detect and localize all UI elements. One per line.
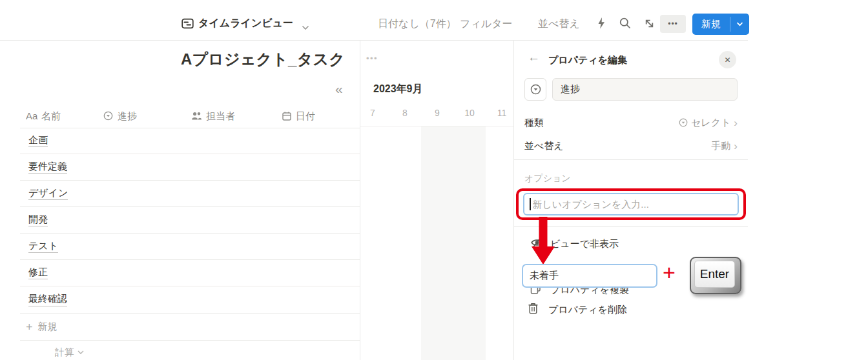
back-arrow-icon[interactable]: ←	[528, 51, 540, 63]
timeline-date: 8	[395, 108, 415, 118]
table-row[interactable]: 開発	[20, 207, 360, 234]
chevron-down-icon	[78, 350, 84, 355]
new-option-input[interactable]	[531, 199, 738, 210]
timeline-date: 9	[428, 108, 447, 118]
notion-window: タイムラインビュー 日付なし（7件） フィルター 並べ替え ••• 新規 Aプロ…	[0, 0, 868, 360]
lightning-icon[interactable]	[595, 16, 608, 33]
plus-icon: +	[26, 321, 33, 333]
type-label: 種類	[524, 117, 544, 129]
table-row[interactable]: 要件定義	[20, 154, 360, 181]
more-options-button[interactable]: •••	[660, 15, 686, 33]
column-header-date[interactable]: 日付	[296, 110, 315, 123]
new-option-input-wrap[interactable]	[523, 193, 739, 215]
task-title[interactable]: 修正	[28, 266, 48, 280]
annotation-plus-icon: +	[663, 261, 676, 283]
weekend-shading	[421, 126, 486, 360]
task-title[interactable]: 開発	[28, 214, 48, 227]
ellipsis-icon: •••	[668, 20, 678, 28]
close-icon[interactable]: ✕	[719, 51, 736, 68]
column-header-assignee[interactable]: 担当者	[206, 110, 235, 123]
new-button[interactable]: 新規	[692, 14, 749, 35]
new-button-chevron-icon[interactable]	[730, 14, 749, 35]
property-type-row[interactable]: 種類 セレクト ›	[524, 115, 738, 130]
person-property-icon	[191, 111, 202, 123]
calculate-label: 計算	[55, 346, 74, 359]
sort-value: 手動	[711, 140, 730, 152]
chevron-right-icon: ›	[734, 117, 738, 128]
task-title[interactable]: テスト	[28, 240, 58, 254]
enter-key-graphic: Enter	[690, 257, 741, 294]
select-property-icon	[103, 111, 113, 123]
timeline-view-icon	[181, 17, 194, 32]
table-row[interactable]: 企画	[20, 128, 360, 154]
task-title[interactable]: 最終確認	[28, 293, 67, 306]
column-header-name[interactable]: 名前	[41, 110, 61, 123]
filter-chip-no-date[interactable]: 日付なし（7件）	[378, 17, 457, 31]
property-name-input[interactable]	[552, 78, 738, 101]
expand-icon[interactable]	[643, 17, 656, 32]
timeline-date: 7	[363, 108, 382, 118]
type-value: セレクト	[691, 117, 730, 129]
search-icon[interactable]	[619, 17, 632, 32]
table-row[interactable]: 最終確認	[20, 286, 360, 314]
date-property-icon	[282, 111, 292, 124]
sort-label: 並べ替え	[524, 140, 564, 152]
text-property-icon: Aa	[26, 110, 37, 121]
title-menu-icon[interactable]: •••	[366, 54, 378, 63]
collapse-table-icon[interactable]: «	[335, 82, 343, 95]
add-row-label: 新規	[38, 321, 57, 333]
panel-divider	[513, 159, 748, 160]
panel-left-border	[513, 40, 514, 360]
select-type-icon	[679, 118, 688, 127]
calculate-button[interactable]: 計算	[55, 346, 84, 359]
annotation-arrow-down	[530, 217, 557, 267]
timeline-month-label[interactable]: 2023年9月	[373, 83, 423, 96]
task-title[interactable]: 要件定義	[28, 161, 67, 174]
table-timeline-divider	[360, 40, 360, 360]
timeline-header-divider	[360, 126, 513, 126]
view-title[interactable]: タイムラインビュー	[198, 17, 293, 30]
enter-key-label: Enter	[694, 261, 735, 288]
select-property-icon	[530, 84, 541, 95]
chevron-right-icon: ›	[734, 141, 738, 152]
filter-button[interactable]: フィルター	[460, 17, 513, 31]
table-row[interactable]: デザイン	[20, 181, 360, 207]
property-sort-row[interactable]: 並べ替え 手動 ›	[524, 139, 738, 153]
options-section-label: オプション	[524, 173, 571, 185]
column-header-progress[interactable]: 進捗	[118, 110, 137, 123]
new-button-label[interactable]: 新規	[692, 14, 730, 35]
page-title[interactable]: Aプロジェクト_タスク	[181, 49, 345, 70]
trash-icon[interactable]	[528, 302, 539, 317]
delete-property-label[interactable]: プロパティを削除	[548, 304, 627, 316]
table-row[interactable]: テスト	[20, 234, 360, 260]
option-value-input[interactable]	[522, 264, 657, 288]
task-title[interactable]: 企画	[28, 134, 48, 148]
hide-in-view-label[interactable]: ビューで非表示	[550, 238, 619, 250]
property-icon-button[interactable]	[524, 78, 546, 101]
timeline-date: 11	[492, 108, 512, 118]
add-row-button[interactable]: + 新規	[20, 314, 360, 341]
table-row[interactable]: 修正	[20, 260, 360, 286]
sort-button[interactable]: 並べ替え	[538, 17, 580, 31]
timeline-date: 10	[460, 108, 479, 118]
task-title[interactable]: デザイン	[28, 187, 68, 201]
panel-title: プロパティを編集	[548, 54, 627, 66]
toolbar-divider	[0, 40, 748, 41]
chevron-down-icon[interactable]	[302, 21, 309, 33]
